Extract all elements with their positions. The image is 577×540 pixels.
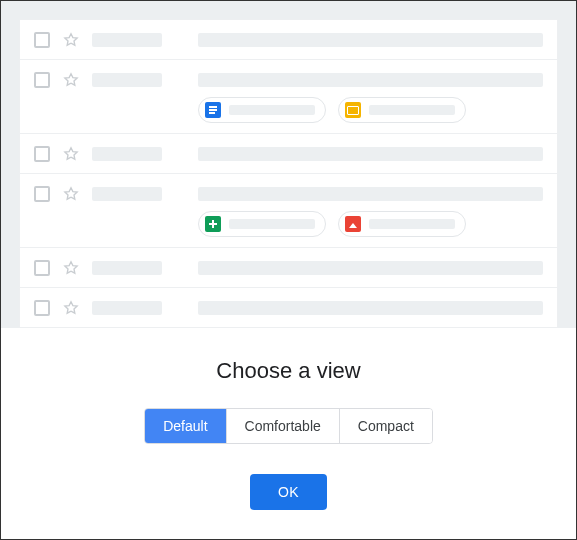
attachment-chips [198, 211, 543, 237]
preview-row [20, 20, 557, 60]
sender-placeholder [92, 73, 162, 87]
attachment-name-placeholder [369, 219, 455, 229]
subject-placeholder [198, 73, 543, 87]
ok-button[interactable]: OK [250, 474, 327, 510]
density-option-compact[interactable]: Compact [340, 409, 432, 443]
star-icon [62, 31, 80, 49]
checkbox-icon [34, 146, 50, 162]
star-icon [62, 299, 80, 317]
star-icon [62, 259, 80, 277]
density-preview-list [19, 19, 558, 328]
star-icon [62, 185, 80, 203]
checkbox-icon [34, 186, 50, 202]
row-body [198, 30, 543, 47]
attachment-name-placeholder [229, 219, 315, 229]
subject-placeholder [198, 33, 543, 47]
attachment-chips [198, 97, 543, 123]
row-body [198, 184, 543, 237]
subject-placeholder [198, 301, 543, 315]
slides-icon [345, 102, 361, 118]
attachment-chip-sheets [198, 211, 326, 237]
row-body [198, 144, 543, 161]
sender-placeholder [92, 187, 162, 201]
attachment-chip-doc [198, 97, 326, 123]
attachment-name-placeholder [229, 105, 315, 115]
checkbox-icon [34, 72, 50, 88]
subject-placeholder [198, 187, 543, 201]
photo-icon [345, 216, 361, 232]
density-option-comfortable[interactable]: Comfortable [227, 409, 340, 443]
preview-row [20, 174, 557, 248]
row-body [198, 70, 543, 123]
choose-view-dialog: Choose a view Default Comfortable Compac… [1, 328, 576, 530]
star-icon [62, 71, 80, 89]
attachment-chip-slides [338, 97, 466, 123]
preview-row [20, 288, 557, 328]
subject-placeholder [198, 261, 543, 275]
star-icon [62, 145, 80, 163]
row-body [198, 298, 543, 315]
checkbox-icon [34, 32, 50, 48]
subject-placeholder [198, 147, 543, 161]
attachment-chip-photo [338, 211, 466, 237]
sender-placeholder [92, 261, 162, 275]
attachment-name-placeholder [369, 105, 455, 115]
sheets-icon [205, 216, 221, 232]
preview-row [20, 134, 557, 174]
row-body [198, 258, 543, 275]
sender-placeholder [92, 147, 162, 161]
checkbox-icon [34, 260, 50, 276]
dialog-heading: Choose a view [1, 358, 576, 384]
density-option-default[interactable]: Default [145, 409, 226, 443]
checkbox-icon [34, 300, 50, 316]
density-segmented-control: Default Comfortable Compact [144, 408, 433, 444]
sender-placeholder [92, 33, 162, 47]
sender-placeholder [92, 301, 162, 315]
preview-row [20, 248, 557, 288]
doc-icon [205, 102, 221, 118]
preview-row [20, 60, 557, 134]
